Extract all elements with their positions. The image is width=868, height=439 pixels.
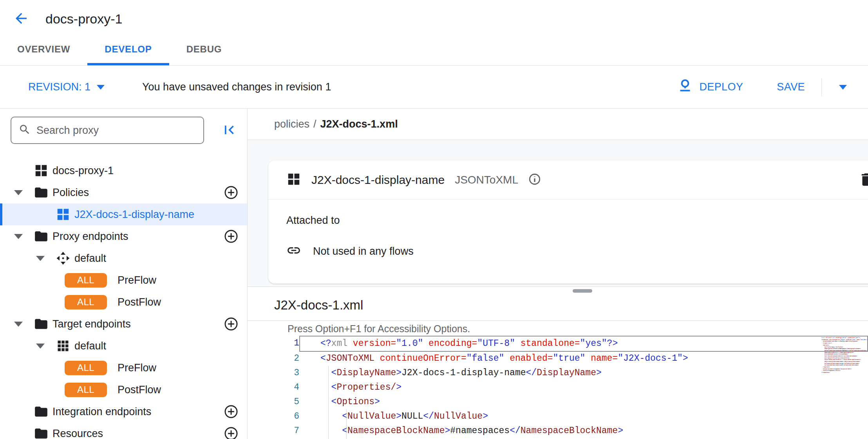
code-line[interactable]: 6 <NullValue>NULL</NullValue> xyxy=(248,409,868,424)
sidebar-item-integration-endpoints[interactable]: Integration endpoints xyxy=(0,401,247,423)
sidebar-item-default[interactable]: default xyxy=(0,247,247,269)
flow-condition-badge[interactable]: ALL xyxy=(65,295,107,309)
deploy-icon xyxy=(677,78,699,96)
sidebar-item-docs-proxy-1[interactable]: docs-proxy-1 xyxy=(0,160,247,182)
tab-overview[interactable]: OVERVIEW xyxy=(0,44,87,65)
save-button[interactable]: SAVE xyxy=(777,81,805,93)
code-line[interactable]: 2<JSONToXML continueOnError="false" enab… xyxy=(248,351,868,366)
add-button[interactable] xyxy=(224,229,239,244)
search-input[interactable] xyxy=(36,124,196,137)
indent-guide xyxy=(328,366,329,439)
folder-icon xyxy=(34,404,49,419)
sidebar-item-resources[interactable]: Resources xyxy=(0,423,247,439)
tree-item-label: Resources xyxy=(52,428,103,439)
panel-resize-handle[interactable] xyxy=(573,289,592,293)
expand-arrow-icon[interactable] xyxy=(12,190,34,195)
delete-policy-button[interactable] xyxy=(858,171,868,189)
tree-item-label: Target endpoints xyxy=(52,318,131,330)
code-line-text[interactable]: <JSONToXML continueOnError="false" enabl… xyxy=(299,351,868,366)
app-header: docs-proxy-1 xyxy=(0,0,868,31)
breadcrumb-separator: / xyxy=(313,118,316,130)
sidebar-item-j2x-docs-1-display-name[interactable]: J2X-docs-1-display-name xyxy=(0,203,247,225)
revision-label: REVISION: 1 xyxy=(28,81,90,93)
tab-debug[interactable]: DEBUG xyxy=(169,44,239,65)
tree-item-label: PostFlow xyxy=(118,384,161,396)
back-button[interactable] xyxy=(12,9,31,28)
xml-code-editor[interactable]: <?xml version="1.0" encoding="UTF-8" sta… xyxy=(248,336,868,438)
folder-icon xyxy=(34,426,49,439)
collapse-sidebar-button[interactable] xyxy=(220,121,239,140)
policy-detail-section: J2X-docs-1-display-name JSONToXML xyxy=(248,140,868,287)
revision-actions: DEPLOY SAVE xyxy=(677,78,852,97)
tree-item-label: J2X-docs-1-display-name xyxy=(74,209,194,221)
expand-arrow-icon[interactable] xyxy=(12,322,34,327)
code-line[interactable]: 3 <DisplayName>J2X-docs-1-display-name</… xyxy=(248,366,868,380)
accessibility-hint: Press Option+F1 for Accessibility Option… xyxy=(248,321,868,336)
collapse-panel-icon xyxy=(221,121,238,140)
attachment-status: Not used in any flows xyxy=(313,245,414,257)
flow-condition-badge[interactable]: ALL xyxy=(65,273,107,288)
tree-item-label: PreFlow xyxy=(118,274,156,286)
code-line[interactable]: 7 <NamespaceBlockName>#namespaces</Names… xyxy=(248,424,868,438)
add-button[interactable] xyxy=(224,405,239,419)
add-button[interactable] xyxy=(224,317,239,332)
tab-bar: OVERVIEW DEVELOP DEBUG xyxy=(0,31,868,66)
code-line[interactable]: 5 <Options> xyxy=(248,395,868,409)
breadcrumb-file: J2X-docs-1.xml xyxy=(320,118,398,130)
revision-dropdown[interactable]: REVISION: 1 xyxy=(28,81,105,93)
code-line-text[interactable]: <?xml version="1.0" encoding="UTF-8" sta… xyxy=(299,336,868,352)
code-line-text[interactable]: <Options> xyxy=(299,395,868,409)
folder-icon xyxy=(34,317,49,331)
minimap[interactable]: <?xml version="1.0" encoding="UTF-8" sta… xyxy=(821,337,868,390)
line-number: 1 xyxy=(248,336,299,351)
policy-name: J2X-docs-1-display-name xyxy=(311,173,445,187)
sidebar-item-preflow[interactable]: ALLPreFlow xyxy=(0,269,247,291)
sidebar-item-proxy-endpoints[interactable]: Proxy endpoints xyxy=(0,225,247,247)
line-number: 3 xyxy=(248,366,299,380)
expand-arrow-icon[interactable] xyxy=(34,256,56,261)
expand-arrow-icon[interactable] xyxy=(12,234,34,239)
proxy-tree: docs-proxy-1PoliciesJ2X-docs-1-display-n… xyxy=(0,160,247,439)
sidebar-item-postflow[interactable]: ALLPostFlow xyxy=(0,379,247,401)
code-line[interactable]: 4 <Properties/> xyxy=(248,380,868,395)
plus-circle-icon xyxy=(224,426,239,439)
save-options-dropdown[interactable] xyxy=(834,78,852,97)
line-number: 5 xyxy=(248,395,299,409)
search-icon xyxy=(18,123,31,137)
code-line[interactable]: 1<?xml version="1.0" encoding="UTF-8" st… xyxy=(248,336,868,351)
folder-icon xyxy=(34,229,49,244)
sidebar-item-default[interactable]: default xyxy=(0,335,247,357)
code-line-text[interactable]: <Properties/> xyxy=(299,380,868,395)
add-button[interactable] xyxy=(224,426,239,439)
deploy-button[interactable]: DEPLOY xyxy=(677,78,743,96)
breadcrumb: policies / J2X-docs-1.xml xyxy=(248,109,868,140)
link-icon xyxy=(286,243,301,259)
policy-info-button[interactable] xyxy=(528,173,542,187)
code-editor-section: J2X-docs-1.xml Press Option+F1 for Acces… xyxy=(248,287,868,439)
breadcrumb-policies[interactable]: policies xyxy=(274,118,309,130)
expand-arrow-icon[interactable] xyxy=(34,344,56,349)
attached-to-label: Attached to xyxy=(286,214,862,227)
flow-condition-badge[interactable]: ALL xyxy=(65,361,107,375)
sidebar-item-policies[interactable]: Policies xyxy=(0,182,247,203)
add-button[interactable] xyxy=(224,185,239,200)
policy-icon xyxy=(286,172,301,188)
tab-develop[interactable]: DEVELOP xyxy=(87,44,169,65)
sidebar-item-preflow[interactable]: ALLPreFlow xyxy=(0,357,247,379)
code-line-text[interactable]: <DisplayName>J2X-docs-1-display-name</Di… xyxy=(299,366,868,380)
sidebar-item-postflow[interactable]: ALLPostFlow xyxy=(0,291,247,313)
plus-circle-icon xyxy=(224,229,239,245)
flow-condition-badge[interactable]: ALL xyxy=(65,383,107,397)
code-line-text[interactable]: <NullValue>NULL</NullValue> xyxy=(299,409,868,424)
trash-icon xyxy=(858,171,868,189)
policy-type: JSONToXML xyxy=(455,174,518,186)
tree-item-label: docs-proxy-1 xyxy=(52,165,114,177)
page-title: docs-proxy-1 xyxy=(45,11,123,27)
tree-item-label: Policies xyxy=(52,187,89,199)
policy-card-body: Attached to Not used in any flows xyxy=(268,200,868,274)
tree-item-label: Proxy endpoints xyxy=(52,230,128,243)
sidebar-item-target-endpoints[interactable]: Target endpoints xyxy=(0,313,247,335)
divider xyxy=(821,78,822,96)
line-number: 6 xyxy=(248,409,299,424)
code-line-text[interactable]: <NamespaceBlockName>#namespaces</Namespa… xyxy=(299,424,868,438)
